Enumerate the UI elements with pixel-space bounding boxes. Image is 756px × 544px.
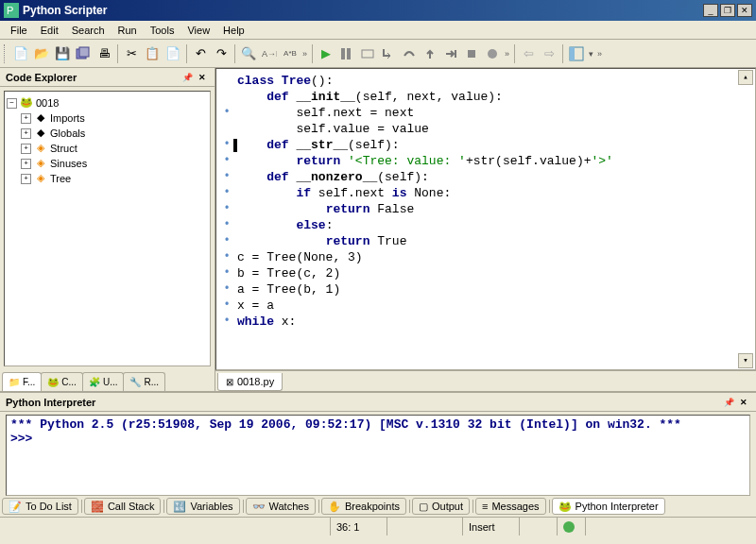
- gutter[interactable]: [216, 298, 237, 314]
- gutter[interactable]: [216, 201, 237, 217]
- tab-watches[interactable]: 👓Watches: [246, 498, 316, 515]
- tab-files[interactable]: 📁F...: [2, 372, 42, 391]
- open-button[interactable]: 📂: [31, 43, 52, 64]
- gutter[interactable]: [216, 105, 237, 121]
- tree-item-struct[interactable]: +◈Struct: [7, 141, 208, 156]
- layout-button[interactable]: [566, 43, 587, 64]
- gutter[interactable]: [216, 169, 237, 185]
- redo-button[interactable]: ↷: [211, 43, 232, 64]
- panel-close-icon[interactable]: ✕: [196, 71, 209, 84]
- code-line[interactable]: return True: [216, 233, 755, 249]
- bottom-tab-strip: 📝To Do List 🧱Call Stack 🔣Variables 👓Watc…: [0, 496, 756, 517]
- saveall-button[interactable]: [73, 43, 94, 64]
- tree-item-tree[interactable]: +◈Tree: [7, 171, 208, 186]
- tab-variables[interactable]: 🔣Variables: [166, 498, 239, 515]
- cut-button[interactable]: ✂: [121, 43, 142, 64]
- chevron-icon[interactable]: »: [301, 49, 309, 59]
- code-line[interactable]: c = Tree(None, 3): [216, 249, 755, 265]
- tab-breakpoints[interactable]: ✋Breakpoints: [321, 498, 406, 515]
- code-editor[interactable]: ▴ ▾ class Tree(): def __init__(self, nex…: [215, 68, 756, 370]
- tree-item-globals[interactable]: +◆Globals: [7, 126, 208, 141]
- nav-fwd-button[interactable]: ⇨: [539, 43, 559, 64]
- code-line[interactable]: while x:: [216, 314, 755, 330]
- code-line[interactable]: def __init__(self, next, value):: [216, 89, 755, 105]
- copy-button[interactable]: 📋: [142, 43, 163, 64]
- chevron-down-icon[interactable]: ▾: [587, 49, 595, 59]
- runto-button[interactable]: [440, 43, 461, 64]
- code-line[interactable]: self.next = next: [216, 105, 755, 121]
- tab-regex[interactable]: 🔧R...: [123, 372, 165, 391]
- gutter[interactable]: [216, 185, 237, 201]
- code-line[interactable]: return '<Tree: value: '+str(self.value)+…: [216, 153, 755, 169]
- code-line[interactable]: class Tree():: [216, 73, 755, 89]
- code-line[interactable]: x = a: [216, 298, 755, 314]
- tab-messages[interactable]: ≡Messages: [475, 498, 546, 515]
- panel-close-icon[interactable]: ✕: [737, 396, 750, 409]
- tab-close-icon[interactable]: ⊠: [226, 377, 233, 387]
- run-noargs-button[interactable]: [336, 43, 357, 64]
- tab-unit[interactable]: 🧩U...: [82, 372, 125, 391]
- replace-button[interactable]: A→B: [259, 43, 280, 64]
- tab-output[interactable]: ▢Output: [412, 498, 470, 515]
- gutter[interactable]: [216, 121, 237, 137]
- gutter[interactable]: [216, 281, 237, 298]
- tree-root[interactable]: − 🐸 0018: [7, 95, 208, 110]
- code-line[interactable]: self.value = value: [216, 121, 755, 137]
- run-button[interactable]: ▶: [316, 43, 336, 64]
- undo-button[interactable]: ↶: [190, 43, 211, 64]
- tab-callstack[interactable]: 🧱Call Stack: [84, 498, 162, 515]
- findword-button[interactable]: A*B: [280, 43, 301, 64]
- gutter[interactable]: [216, 73, 237, 89]
- stepout-button[interactable]: [420, 43, 440, 64]
- gutter[interactable]: [216, 249, 237, 265]
- find-button[interactable]: 🔍: [238, 43, 259, 64]
- code-line[interactable]: return False: [216, 201, 755, 217]
- code-explorer-tree[interactable]: − 🐸 0018 +◆Imports +◆Globals +◈Struct +◈…: [4, 91, 211, 366]
- stepinto-button[interactable]: [378, 43, 399, 64]
- tree-item-sinuses[interactable]: +◈Sinuses: [7, 156, 208, 171]
- gutter[interactable]: [216, 233, 237, 249]
- scroll-down-icon[interactable]: ▾: [738, 353, 753, 368]
- menu-view[interactable]: View: [180, 23, 216, 38]
- code-line[interactable]: a = Tree(b, 1): [216, 281, 755, 298]
- save-button[interactable]: 💾: [52, 43, 73, 64]
- minimize-button[interactable]: _: [703, 4, 718, 17]
- menu-file[interactable]: File: [4, 23, 34, 38]
- code-line[interactable]: def __nonzero__(self):: [216, 169, 755, 185]
- menu-tools[interactable]: Tools: [144, 23, 181, 38]
- new-button[interactable]: 📄: [10, 43, 31, 64]
- code-line[interactable]: b = Tree(c, 2): [216, 265, 755, 281]
- code-line[interactable]: if self.next is None:: [216, 185, 755, 201]
- code-line[interactable]: else:: [216, 217, 755, 233]
- stop-button[interactable]: [461, 43, 482, 64]
- stepover-button[interactable]: [399, 43, 420, 64]
- panel-pin-icon[interactable]: 📌: [180, 71, 194, 84]
- paste-button[interactable]: 📄: [163, 43, 183, 64]
- tree-item-imports[interactable]: +◆Imports: [7, 110, 208, 126]
- print-button[interactable]: 🖶: [94, 43, 114, 64]
- code-line[interactable]: def __str__(self):: [216, 137, 755, 153]
- scroll-up-icon[interactable]: ▴: [738, 70, 753, 85]
- gutter[interactable]: [216, 314, 237, 330]
- gutter[interactable]: [216, 153, 237, 169]
- menu-help[interactable]: Help: [216, 23, 251, 38]
- nav-back-button[interactable]: ⇦: [518, 43, 539, 64]
- editor-tab-0018[interactable]: ⊠ 0018.py: [217, 373, 283, 391]
- tab-code[interactable]: 🐸C...: [41, 372, 83, 391]
- restore-button[interactable]: ❐: [720, 4, 735, 17]
- menu-run[interactable]: Run: [112, 23, 144, 38]
- gutter[interactable]: [216, 217, 237, 233]
- chevron-icon[interactable]: »: [595, 49, 604, 59]
- close-button[interactable]: ✕: [737, 4, 752, 17]
- panel-pin-icon[interactable]: 📌: [722, 396, 735, 409]
- menu-edit[interactable]: Edit: [34, 23, 65, 38]
- interpreter-console[interactable]: *** Python 2.5 (r25:51908, Sep 19 2006, …: [6, 415, 750, 496]
- chevron-icon[interactable]: »: [503, 49, 511, 59]
- gutter[interactable]: [216, 89, 237, 105]
- tab-todo[interactable]: 📝To Do List: [2, 498, 78, 515]
- tab-python-interpreter[interactable]: 🐸Python Interpreter: [552, 498, 665, 515]
- menu-search[interactable]: Search: [65, 23, 112, 38]
- debug-button[interactable]: [357, 43, 378, 64]
- toggle-bp-button[interactable]: [482, 43, 503, 64]
- gutter[interactable]: [216, 265, 237, 281]
